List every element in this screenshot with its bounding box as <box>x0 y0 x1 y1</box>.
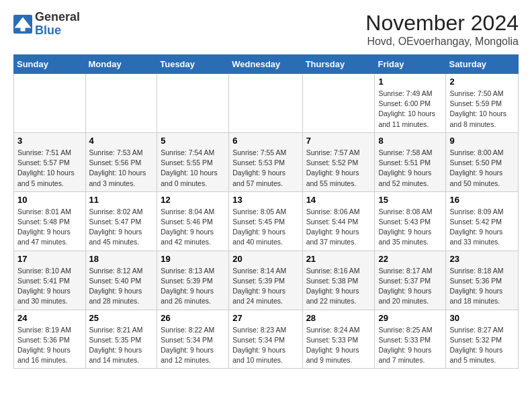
day-number: 16 <box>449 195 515 205</box>
day-number: 22 <box>378 254 442 264</box>
calendar-cell: 25Sunrise: 8:21 AMSunset: 5:35 PMDayligh… <box>85 310 157 369</box>
day-info: Sunrise: 7:51 AMSunset: 5:57 PMDaylight:… <box>17 148 82 189</box>
calendar-cell: 30Sunrise: 8:27 AMSunset: 5:32 PMDayligh… <box>446 310 519 369</box>
day-info: Sunrise: 8:14 AMSunset: 5:39 PMDaylight:… <box>232 266 298 307</box>
day-info: Sunrise: 7:53 AMSunset: 5:56 PMDaylight:… <box>89 148 154 189</box>
day-number: 1 <box>378 77 442 87</box>
calendar-cell <box>302 74 375 133</box>
header-tuesday: Tuesday <box>157 55 229 74</box>
day-number: 5 <box>161 136 225 146</box>
day-number: 8 <box>378 136 442 146</box>
day-number: 12 <box>161 195 225 205</box>
day-info: Sunrise: 8:24 AMSunset: 5:33 PMDaylight:… <box>306 325 371 366</box>
day-number: 7 <box>306 136 371 146</box>
logo-general-text: General <box>35 11 80 24</box>
logo-text: General Blue <box>35 11 80 38</box>
day-info: Sunrise: 8:05 AMSunset: 5:45 PMDaylight:… <box>232 207 298 248</box>
day-info: Sunrise: 7:55 AMSunset: 5:53 PMDaylight:… <box>232 148 298 189</box>
svg-rect-2 <box>21 25 26 31</box>
calendar-title: November 2024 <box>365 11 519 36</box>
header: General Blue November 2024 Hovd, OEvoerh… <box>13 11 519 48</box>
day-number: 3 <box>17 136 82 146</box>
calendar-cell: 19Sunrise: 8:13 AMSunset: 5:39 PMDayligh… <box>157 250 229 310</box>
day-info: Sunrise: 8:23 AMSunset: 5:34 PMDaylight:… <box>232 325 298 366</box>
day-number: 21 <box>306 254 371 264</box>
calendar-cell: 15Sunrise: 8:08 AMSunset: 5:43 PMDayligh… <box>375 191 446 250</box>
logo: General Blue <box>13 11 80 38</box>
calendar-week-row: 17Sunrise: 8:10 AMSunset: 5:41 PMDayligh… <box>14 250 519 310</box>
calendar-week-row: 10Sunrise: 8:01 AMSunset: 5:48 PMDayligh… <box>14 191 519 250</box>
day-info: Sunrise: 7:54 AMSunset: 5:55 PMDaylight:… <box>161 148 225 189</box>
calendar-cell: 8Sunrise: 7:58 AMSunset: 5:51 PMDaylight… <box>375 132 446 191</box>
calendar-cell: 12Sunrise: 8:04 AMSunset: 5:46 PMDayligh… <box>157 191 229 250</box>
day-number: 14 <box>306 195 371 205</box>
calendar-cell: 9Sunrise: 8:00 AMSunset: 5:50 PMDaylight… <box>446 132 519 191</box>
calendar-cell: 18Sunrise: 8:12 AMSunset: 5:40 PMDayligh… <box>85 250 157 310</box>
day-info: Sunrise: 8:25 AMSunset: 5:33 PMDaylight:… <box>378 325 442 366</box>
header-saturday: Saturday <box>446 55 519 74</box>
day-number: 10 <box>17 195 82 205</box>
day-info: Sunrise: 8:17 AMSunset: 5:37 PMDaylight:… <box>378 266 442 307</box>
calendar-cell <box>157 74 229 133</box>
day-info: Sunrise: 8:01 AMSunset: 5:48 PMDaylight:… <box>17 207 82 248</box>
day-info: Sunrise: 8:10 AMSunset: 5:41 PMDaylight:… <box>17 266 82 307</box>
day-number: 20 <box>232 254 298 264</box>
header-thursday: Thursday <box>302 55 375 74</box>
calendar-cell <box>229 74 302 133</box>
weekday-header-row: Sunday Monday Tuesday Wednesday Thursday… <box>14 55 519 74</box>
header-friday: Friday <box>375 55 446 74</box>
day-info: Sunrise: 8:13 AMSunset: 5:39 PMDaylight:… <box>161 266 225 307</box>
day-info: Sunrise: 8:12 AMSunset: 5:40 PMDaylight:… <box>89 266 154 307</box>
day-info: Sunrise: 8:08 AMSunset: 5:43 PMDaylight:… <box>378 207 442 248</box>
day-number: 15 <box>378 195 442 205</box>
calendar-cell: 21Sunrise: 8:16 AMSunset: 5:38 PMDayligh… <box>302 250 375 310</box>
calendar-cell: 26Sunrise: 8:22 AMSunset: 5:34 PMDayligh… <box>157 310 229 369</box>
calendar-cell: 13Sunrise: 8:05 AMSunset: 5:45 PMDayligh… <box>229 191 302 250</box>
calendar-cell: 29Sunrise: 8:25 AMSunset: 5:33 PMDayligh… <box>375 310 446 369</box>
day-number: 19 <box>161 254 225 264</box>
calendar-cell: 17Sunrise: 8:10 AMSunset: 5:41 PMDayligh… <box>14 250 86 310</box>
calendar-cell: 24Sunrise: 8:19 AMSunset: 5:36 PMDayligh… <box>14 310 86 369</box>
day-number: 29 <box>378 313 442 323</box>
calendar-cell: 22Sunrise: 8:17 AMSunset: 5:37 PMDayligh… <box>375 250 446 310</box>
calendar-cell: 16Sunrise: 8:09 AMSunset: 5:42 PMDayligh… <box>446 191 519 250</box>
day-number: 11 <box>89 195 154 205</box>
page: General Blue November 2024 Hovd, OEvoerh… <box>0 0 532 382</box>
calendar-cell <box>14 74 86 133</box>
day-number: 24 <box>17 313 82 323</box>
day-info: Sunrise: 8:18 AMSunset: 5:36 PMDaylight:… <box>449 266 515 307</box>
calendar-cell: 23Sunrise: 8:18 AMSunset: 5:36 PMDayligh… <box>446 250 519 310</box>
day-number: 4 <box>89 136 154 146</box>
header-sunday: Sunday <box>14 55 86 74</box>
day-info: Sunrise: 7:58 AMSunset: 5:51 PMDaylight:… <box>378 148 442 189</box>
logo-blue-text: Blue <box>35 24 80 38</box>
day-info: Sunrise: 8:02 AMSunset: 5:47 PMDaylight:… <box>89 207 154 248</box>
day-number: 6 <box>232 136 298 146</box>
day-number: 2 <box>449 77 515 87</box>
day-info: Sunrise: 8:06 AMSunset: 5:44 PMDaylight:… <box>306 207 371 248</box>
day-number: 28 <box>306 313 371 323</box>
calendar-table: Sunday Monday Tuesday Wednesday Thursday… <box>13 54 519 369</box>
day-number: 26 <box>161 313 225 323</box>
day-info: Sunrise: 7:50 AMSunset: 5:59 PMDaylight:… <box>449 89 515 130</box>
day-info: Sunrise: 7:57 AMSunset: 5:52 PMDaylight:… <box>306 148 371 189</box>
calendar-cell: 7Sunrise: 7:57 AMSunset: 5:52 PMDaylight… <box>302 132 375 191</box>
calendar-cell: 10Sunrise: 8:01 AMSunset: 5:48 PMDayligh… <box>14 191 86 250</box>
day-info: Sunrise: 8:00 AMSunset: 5:50 PMDaylight:… <box>449 148 515 189</box>
logo-icon <box>13 15 32 34</box>
day-number: 30 <box>449 313 515 323</box>
calendar-cell: 1Sunrise: 7:49 AMSunset: 6:00 PMDaylight… <box>375 74 446 133</box>
day-info: Sunrise: 8:09 AMSunset: 5:42 PMDaylight:… <box>449 207 515 248</box>
day-info: Sunrise: 8:16 AMSunset: 5:38 PMDaylight:… <box>306 266 371 307</box>
day-number: 17 <box>17 254 82 264</box>
day-number: 18 <box>89 254 154 264</box>
day-info: Sunrise: 8:22 AMSunset: 5:34 PMDaylight:… <box>161 325 225 366</box>
calendar-cell: 27Sunrise: 8:23 AMSunset: 5:34 PMDayligh… <box>229 310 302 369</box>
day-info: Sunrise: 8:27 AMSunset: 5:32 PMDaylight:… <box>449 325 515 366</box>
calendar-cell: 4Sunrise: 7:53 AMSunset: 5:56 PMDaylight… <box>85 132 157 191</box>
day-number: 13 <box>232 195 298 205</box>
calendar-cell: 20Sunrise: 8:14 AMSunset: 5:39 PMDayligh… <box>229 250 302 310</box>
title-block: November 2024 Hovd, OEvoerhangay, Mongol… <box>365 11 519 48</box>
day-number: 27 <box>232 313 298 323</box>
calendar-cell <box>85 74 157 133</box>
